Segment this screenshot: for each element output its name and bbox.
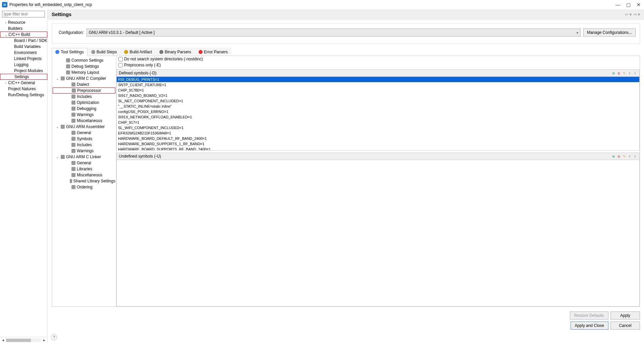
sidebar-item-c-c-general[interactable]: ›C/C++ General — [0, 80, 47, 86]
tab-binary-parsers[interactable]: Binary Parsers — [156, 48, 195, 56]
help-icon[interactable]: ? — [51, 334, 57, 340]
maximize-icon[interactable]: ▢ — [626, 2, 631, 7]
tool-tree-item-memory-layout[interactable]: Memory Layout — [53, 69, 115, 75]
restore-defaults-button[interactable]: Restore Defaults — [570, 311, 608, 320]
nostdinc-checkbox[interactable] — [118, 57, 123, 61]
tab-icon — [55, 50, 59, 54]
list-item[interactable]: SI917_RADIO_BOARD_V2=1 — [117, 93, 639, 98]
list-item[interactable]: SI91X_NETWORK_OFFLOAD_ENABLED=1 — [117, 114, 639, 120]
tool-tree-label: Libraries — [77, 167, 92, 171]
minimize-icon[interactable]: ― — [615, 2, 620, 7]
delete-icon[interactable]: ⊖ — [616, 71, 621, 75]
sidebar-item-logging[interactable]: Logging — [0, 62, 47, 68]
tool-tree-item-miscellaneous[interactable]: Miscellaneous — [53, 172, 115, 178]
sidebar-item-builders[interactable]: Builders — [0, 25, 47, 32]
sidebar-item-label: Project Natures — [8, 87, 36, 91]
tool-tree-item-gnu-arm-c-linker[interactable]: ⌄GNU ARM C Linker — [53, 154, 115, 160]
tab-icon — [124, 50, 128, 54]
sidebar-item-board-part-sdk[interactable]: Board / Part / SDK — [0, 38, 47, 44]
sidebar-item-resource[interactable]: ›Resource — [0, 19, 47, 25]
tool-tree-item-libraries[interactable]: Libraries — [53, 166, 115, 172]
list-item[interactable]: HARDWARE_BOARD_DEFAULT_RF_BAND_2400=1 — [117, 136, 639, 141]
tab-build-artifact[interactable]: Build Artifact — [120, 48, 156, 56]
add-icon[interactable]: ⊕ — [611, 154, 616, 159]
tool-tree-label: Debug Settings — [71, 64, 99, 69]
edit-icon[interactable]: ✎ — [622, 154, 627, 159]
tool-tree-item-gnu-arm-assembler[interactable]: ⌄GNU ARM Assembler — [53, 124, 115, 130]
list-item[interactable]: RSI_DEBUG_PRINTS=1 — [117, 77, 639, 82]
gear-icon — [71, 149, 75, 153]
sidebar-item-c-c-build[interactable]: ⌄C/C++ Build — [0, 32, 47, 38]
edit-icon[interactable]: ✎ — [622, 71, 627, 75]
move-up-icon[interactable]: ⇧ — [627, 71, 632, 75]
tool-tree-item-general[interactable]: General — [53, 130, 115, 136]
sidebar-item-build-variables[interactable]: Build Variables — [0, 44, 47, 50]
nav-forward-icon[interactable]: ⇨ ▾ — [634, 12, 640, 17]
move-down-icon[interactable]: ⇩ — [633, 71, 637, 75]
preprocess-checkbox[interactable] — [118, 63, 123, 67]
list-item[interactable]: SNTP_CLIENT_FEATURE=1 — [117, 82, 639, 88]
sidebar-item-label: Linked Projects — [14, 56, 42, 61]
tool-tree-label: General — [77, 161, 91, 165]
undefined-list[interactable] — [116, 160, 640, 306]
apply-close-button[interactable]: Apply and Close — [571, 322, 608, 330]
gear-icon — [71, 161, 75, 165]
tab-error-parsers[interactable]: Error Parsers — [195, 48, 231, 56]
list-item[interactable]: HARDWARE_BOARD_SUPPORTS_1_RF_BAND=1 — [117, 141, 639, 147]
nav-back-icon[interactable]: ⇦ ▾ — [625, 12, 631, 17]
undefined-header: Undefined symbols (-U) ⊕ ⊖ ✎ ⇧ ⇩ — [116, 153, 640, 160]
defined-list[interactable]: RSI_DEBUG_PRINTS=1SNTP_CLIENT_FEATURE=1C… — [116, 77, 640, 151]
sidebar-item-settings[interactable]: Settings — [0, 74, 47, 80]
list-item[interactable]: HARDWARE_BOARD_SUPPORTS_RF_BAND_2400=1 — [117, 147, 639, 151]
list-item[interactable]: CHIP_917B0=1 — [117, 88, 639, 93]
list-item[interactable]: "__STATIC_INLINE=static inline" — [117, 104, 639, 109]
sidebar-item-project-natures[interactable]: Project Natures — [0, 86, 47, 92]
list-item[interactable]: CHIP_917=1 — [117, 120, 639, 125]
tool-tree-item-includes[interactable]: Includes — [53, 94, 115, 100]
move-up-icon[interactable]: ⇧ — [627, 154, 632, 159]
move-down-icon[interactable]: ⇩ — [633, 154, 637, 159]
sidebar-item-environment[interactable]: Environment — [0, 50, 47, 56]
sidebar-item-project-modules[interactable]: Project Modules — [0, 68, 47, 74]
list-item[interactable]: SL_WIFI_COMPONENT_INCLUDED=1 — [117, 125, 639, 130]
gear-icon — [66, 70, 70, 74]
tool-tree-item-miscellaneous[interactable]: Miscellaneous — [53, 118, 115, 124]
delete-icon[interactable]: ⊖ — [616, 154, 621, 159]
add-icon[interactable]: ⊕ — [611, 71, 616, 75]
titlebar: Si Properties for wifi_embedded_sntp_cli… — [0, 0, 644, 9]
scroll-left-icon[interactable]: ◄ — [1, 338, 5, 342]
sidebar-item-linked-projects[interactable]: Linked Projects — [0, 56, 47, 62]
tool-tree-item-debugging[interactable]: Debugging — [53, 106, 115, 112]
tool-tree-item-symbols[interactable]: Symbols — [53, 136, 115, 142]
tab-bar: Tool SettingsBuild StepsBuild ArtifactBi… — [52, 48, 640, 56]
cancel-button[interactable]: Cancel — [610, 322, 640, 330]
manage-config-button[interactable]: Manage Configurations... — [583, 28, 636, 37]
tool-tree-item-gnu-arm-c-compiler[interactable]: ⌄GNU ARM C Compiler — [53, 75, 115, 81]
filter-input[interactable] — [2, 11, 45, 17]
list-item[interactable]: configUSE_POSIX_ERRNO=1 — [117, 109, 639, 114]
tool-tree-item-preprocessor[interactable]: Preprocessor — [53, 88, 115, 94]
list-item[interactable]: SL_NET_COMPONENT_INCLUDED=1 — [117, 98, 639, 104]
tab-tool-settings[interactable]: Tool Settings — [52, 48, 88, 56]
gear-icon — [71, 82, 75, 87]
tool-tree-item-ordering[interactable]: Ordering — [53, 184, 115, 190]
tool-tree-item-warnings[interactable]: Warnings — [53, 112, 115, 118]
tool-tree-item-shared-library-settings[interactable]: Shared Library Settings — [53, 178, 115, 184]
tool-tree-item-dialect[interactable]: Dialect — [53, 81, 115, 88]
tool-tree-item-includes[interactable]: Includes — [53, 142, 115, 148]
tool-tree-item-warnings[interactable]: Warnings — [53, 148, 115, 154]
tab-build-steps[interactable]: Build Steps — [88, 48, 121, 56]
tool-tree-item-general[interactable]: General — [53, 160, 115, 166]
defined-header: Defined symbols (-D) ⊕ ⊖ ✎ ⇧ ⇩ — [116, 69, 640, 77]
close-icon[interactable]: ✕ — [637, 2, 641, 7]
tool-tree-item-common-settings[interactable]: Common Settings — [53, 57, 115, 63]
apply-button[interactable]: Apply — [610, 311, 640, 320]
tool-tree-item-debug-settings[interactable]: Debug Settings — [53, 63, 115, 69]
list-item[interactable]: EFR32MG24B210F1536IM48=1 — [117, 130, 639, 136]
config-select[interactable]: GNU ARM v10.3.1 - Default [ Active ] ▾ — [87, 28, 581, 37]
scroll-right-icon[interactable]: ► — [43, 338, 46, 342]
sidebar-item-label: C/C++ General — [8, 80, 35, 85]
tool-tree-item-optimization[interactable]: Optimization — [53, 100, 115, 106]
sidebar-item-run-debug-settings[interactable]: Run/Debug Settings — [0, 92, 47, 98]
sidebar-hscroll[interactable]: ◄ ► — [0, 337, 47, 343]
